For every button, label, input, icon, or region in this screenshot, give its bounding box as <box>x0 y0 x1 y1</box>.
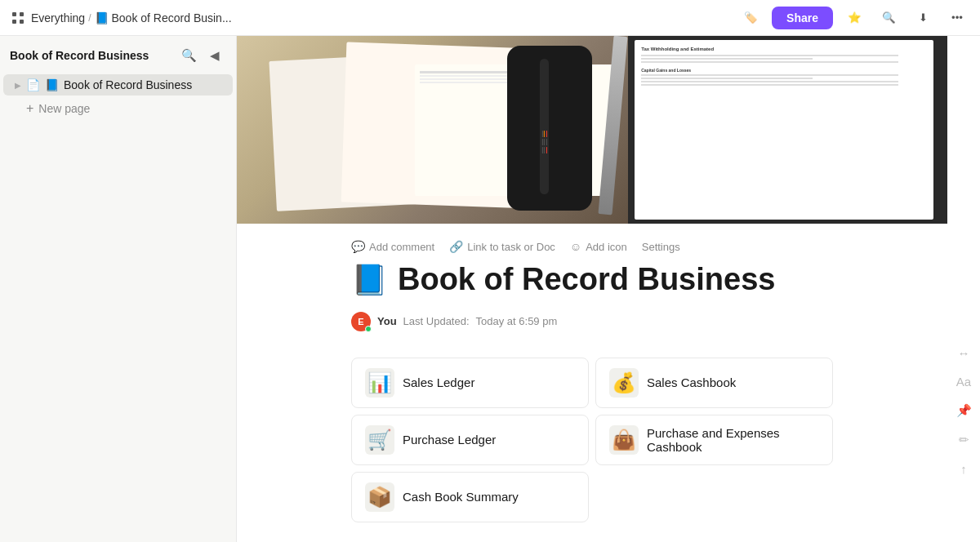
toolbar-link-label: Link to task or Doc <box>467 241 555 253</box>
share-button[interactable]: Share <box>772 7 833 29</box>
more-button[interactable]: ••• <box>944 5 970 31</box>
subpages-grid: 📊 Sales Ledger 💰 Sales Cashbook 🛒 Purcha… <box>351 358 833 522</box>
author-updated-time: Today at 6:59 pm <box>476 315 558 327</box>
page-title[interactable]: Book of Record Business <box>398 261 775 299</box>
toolbar-add-icon[interactable]: ☺ Add icon <box>570 240 627 253</box>
toolbar-icon-label: Add icon <box>586 241 627 253</box>
subpage-purchase-ledger[interactable]: 🛒 Purchase Ledger <box>351 415 589 465</box>
breadcrumb-home[interactable]: Everything <box>31 11 85 24</box>
subpage-sales-cashbook[interactable]: 💰 Sales Cashbook <box>595 358 833 408</box>
download-button[interactable]: ⬇ <box>910 5 936 31</box>
main-layout: Book of Record Business 🔍 ◀ ▶ 📄 📘 Book o… <box>0 36 980 542</box>
toolbar-add-comment[interactable]: 💬 Add comment <box>351 240 434 253</box>
pen-icon[interactable]: ✏ <box>959 433 969 447</box>
content-area: Tax Withholding and Estimated Capital Ga… <box>237 36 947 542</box>
breadcrumb-doc-title[interactable]: Book of Record Busin... <box>112 11 232 24</box>
subpage-label-purchase-ledger: Purchase Ledger <box>403 433 496 446</box>
sidebar-collapse-button[interactable]: ◀ <box>203 44 226 67</box>
sidebar-chevron-icon: ▶ <box>15 81 21 90</box>
toolbar-link-task[interactable]: 🔗 Link to task or Doc <box>449 240 555 253</box>
breadcrumb: Everything / 📘 Book of Record Busin... <box>31 11 232 24</box>
hero-phone <box>507 46 592 211</box>
app-icon[interactable] <box>10 10 26 26</box>
subpage-label-sales-ledger: Sales Ledger <box>403 375 474 389</box>
topbar: Everything / 📘 Book of Record Busin... 🏷… <box>0 0 980 36</box>
svg-rect-3 <box>20 20 24 24</box>
sidebar-header-actions: 🔍 ◀ <box>177 44 226 67</box>
breadcrumb-doc-icon: 📘 <box>95 11 109 24</box>
svg-rect-2 <box>12 20 16 24</box>
author-avatar: E <box>351 312 371 331</box>
subpage-emoji-sales-ledger: 📊 <box>365 368 394 398</box>
hero-doc: Tax Withholding and Estimated Capital Ga… <box>635 40 933 220</box>
sidebar-item-label: Book of Record Business <box>64 78 225 91</box>
sidebar: Book of Record Business 🔍 ◀ ▶ 📄 📘 Book o… <box>0 36 237 542</box>
comment-icon: 💬 <box>351 240 365 253</box>
subpage-emoji-purchase-ledger: 🛒 <box>365 425 394 455</box>
expand-icon[interactable]: ↔ <box>958 346 970 360</box>
hero-image-inner: Tax Withholding and Estimated Capital Ga… <box>237 36 947 224</box>
bookmark-button[interactable]: 🏷️ <box>737 5 764 31</box>
svg-rect-1 <box>20 12 24 16</box>
sidebar-page-icon: 📄 <box>26 78 40 91</box>
page-title-row: 📘 Book of Record Business <box>351 261 833 299</box>
author-initial: E <box>358 317 363 327</box>
sidebar-search-button[interactable]: 🔍 <box>177 44 200 67</box>
breadcrumb-sep: / <box>88 12 91 24</box>
toolbar-comment-label: Add comment <box>369 241 434 253</box>
subpage-cash-book-summary[interactable]: 📦 Cash Book Summary <box>351 472 589 522</box>
page-toolbar: 💬 Add comment 🔗 Link to task or Doc ☺ Ad… <box>351 224 833 261</box>
sidebar-emoji-icon: 📘 <box>45 78 59 91</box>
subpage-label-cash-book-summary: Cash Book Summary <box>403 490 519 504</box>
author-online-dot <box>365 326 372 332</box>
right-sidebar: ↔ Aa 📌 ✏ ↑ <box>947 36 980 542</box>
icon-icon: ☺ <box>570 240 581 253</box>
page-emoji: 📘 <box>351 263 388 297</box>
hero-image: Tax Withholding and Estimated Capital Ga… <box>237 36 947 224</box>
subpage-label-purchase-expenses: Purchase and Expenses Cashbook <box>647 426 819 454</box>
subpage-emoji-purchase-expenses: 👜 <box>609 425 639 455</box>
share-icon[interactable]: ↑ <box>960 462 967 476</box>
topbar-left: Everything / 📘 Book of Record Busin... <box>10 10 731 26</box>
toolbar-settings-label: Settings <box>642 241 680 253</box>
pin-icon[interactable]: 📌 <box>956 403 972 418</box>
subpage-emoji-cash-book-summary: 📦 <box>365 482 394 512</box>
subpage-label-sales-cashbook: Sales Cashbook <box>647 375 736 389</box>
subpage-emoji-sales-cashbook: 💰 <box>609 368 639 398</box>
author-row: E You Last Updated: Today at 6:59 pm <box>351 312 833 331</box>
sidebar-new-page-label: New page <box>38 102 90 115</box>
subpage-sales-ledger[interactable]: 📊 Sales Ledger <box>351 358 589 408</box>
plus-icon: + <box>26 101 33 116</box>
sidebar-title: Book of Record Business <box>10 49 149 62</box>
link-icon: 🔗 <box>449 240 463 253</box>
page-content: 💬 Add comment 🔗 Link to task or Doc ☺ Ad… <box>237 224 947 542</box>
toolbar-settings[interactable]: Settings <box>642 241 680 253</box>
sidebar-new-page[interactable]: + New page <box>3 97 233 120</box>
sidebar-header: Book of Record Business 🔍 ◀ <box>0 36 236 73</box>
sidebar-item-book-of-record[interactable]: ▶ 📄 📘 Book of Record Business <box>3 74 233 96</box>
topbar-right: 🏷️ Share ⭐ 🔍 ⬇ ••• <box>737 5 970 31</box>
subpage-purchase-expenses[interactable]: 👜 Purchase and Expenses Cashbook <box>595 415 833 465</box>
author-name: You <box>377 315 397 327</box>
search-button[interactable]: 🔍 <box>875 5 902 31</box>
hero-phone-screen <box>540 59 548 194</box>
author-updated-label: Last Updated: <box>403 315 470 327</box>
favorite-button[interactable]: ⭐ <box>841 5 867 31</box>
svg-rect-0 <box>12 12 16 16</box>
font-icon[interactable]: Aa <box>956 375 971 389</box>
